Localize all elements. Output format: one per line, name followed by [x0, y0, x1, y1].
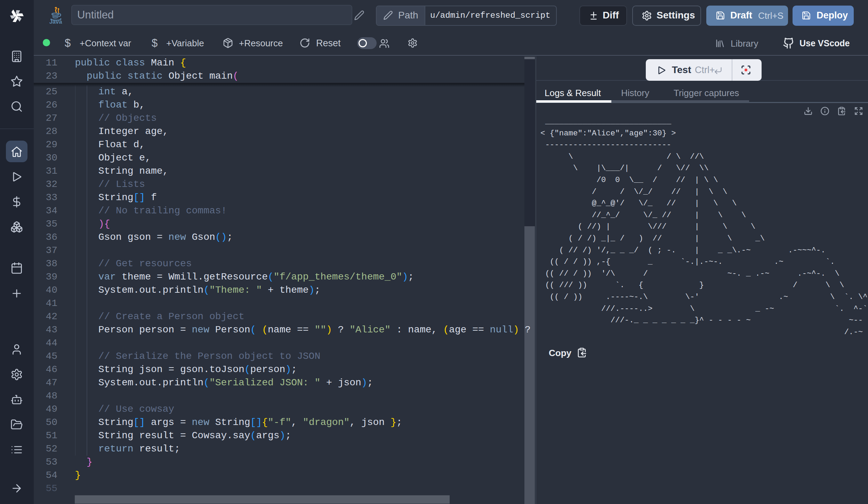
svg-text:Java: Java	[49, 18, 63, 25]
